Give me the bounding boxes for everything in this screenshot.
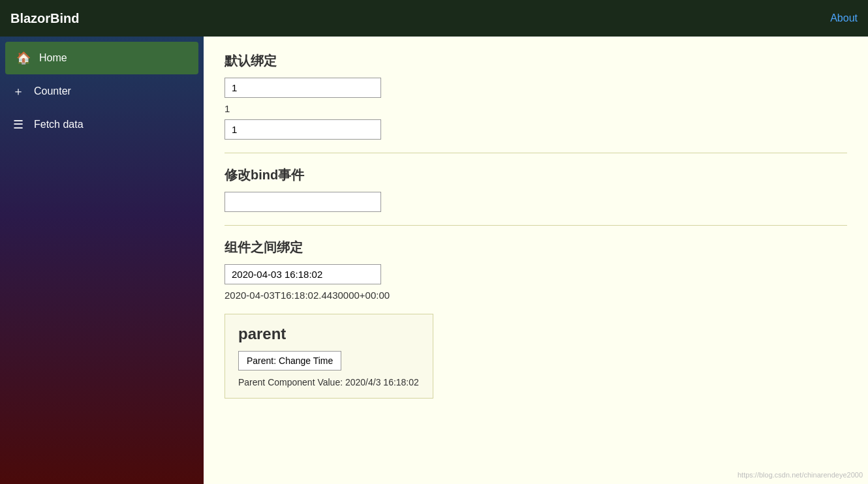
sidebar-item-home-label: Home xyxy=(39,52,67,64)
sidebar-item-fetch-data-label: Fetch data xyxy=(34,119,84,130)
section-component-bind: 组件之间绑定 2020-04-03T16:18:02.4430000+00:00… xyxy=(225,239,847,399)
top-nav: BlazorBind About xyxy=(0,0,868,37)
main-content: 默认绑定 1 修改bind事件 组件之间绑定 2020-04-03T16:18:… xyxy=(204,37,868,484)
watermark: https://blog.csdn.net/chinarendeye2000 xyxy=(737,471,863,479)
section3-datetime-display: 2020-04-03T16:18:02.4430000+00:00 xyxy=(225,290,847,301)
sidebar: 🏠 Home ＋ Counter ☰ Fetch data xyxy=(0,37,204,484)
divider2 xyxy=(225,225,847,226)
section-bind-event: 修改bind事件 xyxy=(225,166,847,212)
section-default-bind: 默认绑定 1 xyxy=(225,52,847,140)
divider1 xyxy=(225,153,847,153)
parent-box-title: parent xyxy=(238,325,420,343)
section1-input1[interactable] xyxy=(225,78,381,98)
main-layout: 🏠 Home ＋ Counter ☰ Fetch data 默认绑定 1 修改b… xyxy=(0,37,868,484)
parent-component-value: Parent Component Value: 2020/4/3 16:18:0… xyxy=(238,377,420,387)
about-link[interactable]: About xyxy=(830,12,858,24)
section1-title: 默认绑定 xyxy=(225,52,847,70)
home-icon: 🏠 xyxy=(16,51,31,65)
sidebar-item-home[interactable]: 🏠 Home xyxy=(5,42,198,74)
plus-icon: ＋ xyxy=(10,83,26,99)
parent-change-time-button[interactable]: Parent: Change Time xyxy=(238,351,341,371)
sidebar-item-counter[interactable]: ＋ Counter xyxy=(0,74,204,108)
app-title: BlazorBind xyxy=(10,11,80,26)
section1-input2[interactable] xyxy=(225,119,381,140)
parent-component-box: parent Parent: Change Time Parent Compon… xyxy=(225,314,433,399)
sidebar-item-fetch-data[interactable]: ☰ Fetch data xyxy=(0,108,204,141)
list-icon: ☰ xyxy=(10,117,26,132)
section3-datetime-input[interactable] xyxy=(225,264,381,284)
section1-value-display: 1 xyxy=(225,103,847,114)
section3-title: 组件之间绑定 xyxy=(225,239,847,256)
sidebar-item-counter-label: Counter xyxy=(34,85,71,97)
section2-input[interactable] xyxy=(225,192,381,212)
section2-title: 修改bind事件 xyxy=(225,166,847,184)
